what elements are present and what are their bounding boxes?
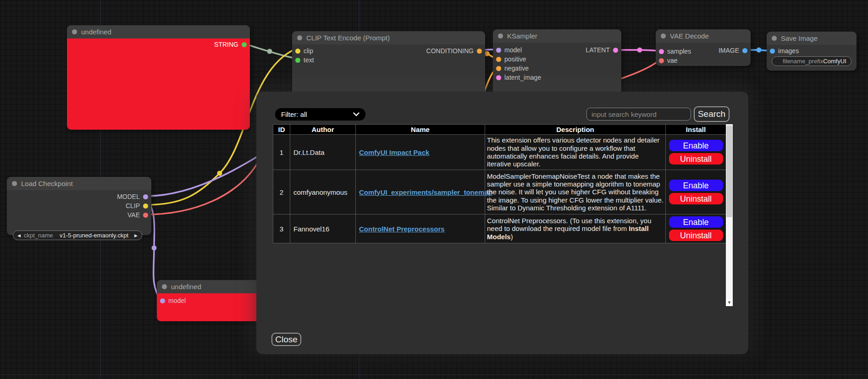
cell-description: ControlNet Preprocessors. (To use this e… bbox=[485, 214, 666, 243]
node-error-body: STRING bbox=[67, 38, 250, 130]
model-output-port[interactable] bbox=[143, 194, 148, 199]
node-header: KSampler bbox=[493, 29, 621, 43]
reroute-dot-string[interactable] bbox=[267, 49, 272, 54]
table-row: 3 Fannovel16 ControlNet Preprocessors Co… bbox=[273, 214, 726, 243]
filename-prefix-value: ComfyUI bbox=[823, 58, 849, 65]
node-collapse-dot-icon[interactable] bbox=[498, 33, 503, 38]
reroute-dot-conditioning[interactable] bbox=[485, 51, 490, 56]
cell-id: 2 bbox=[273, 170, 290, 214]
cell-description: This extension offers various detector n… bbox=[485, 135, 666, 170]
extension-manager-dialog: Filter: all Search ID Author Name Descri… bbox=[256, 92, 748, 354]
filter-select[interactable]: Filter: all bbox=[275, 108, 365, 121]
extension-link[interactable]: ComfyUI Impact Pack bbox=[359, 148, 429, 156]
model-input-port[interactable] bbox=[496, 48, 501, 53]
node-title: Save Image bbox=[781, 34, 818, 42]
clip-input-port[interactable] bbox=[295, 49, 300, 54]
node-vae-decode[interactable]: VAE Decode samples vae IMAGE bbox=[656, 29, 751, 66]
node-clip-text-encode[interactable]: CLIP Text Encode (Prompt) clip text COND… bbox=[292, 31, 485, 95]
images-input-port[interactable] bbox=[770, 49, 775, 54]
node-collapse-dot-icon[interactable] bbox=[661, 33, 666, 38]
clip-output-port[interactable] bbox=[143, 203, 148, 209]
cell-author: comfyanonymous bbox=[290, 170, 356, 214]
cell-install: Enable Uninstall bbox=[666, 170, 726, 214]
chevron-right-icon[interactable]: ▶ bbox=[128, 233, 138, 238]
output-slot-latent: LATENT bbox=[586, 45, 621, 55]
table-row: 1 Dr.Lt.Data ComfyUI Impact Pack This ex… bbox=[273, 135, 726, 170]
node-graph-canvas[interactable]: undefined STRING CLIP Text Encode (Promp… bbox=[0, 0, 868, 379]
enable-button[interactable]: Enable bbox=[669, 216, 723, 228]
scroll-down-arrow-icon[interactable]: ▼ bbox=[726, 299, 733, 306]
output-slot-model: MODEL bbox=[7, 192, 151, 201]
filename-prefix-widget[interactable]: filename_prefix ComfyUI bbox=[772, 56, 851, 66]
samples-input-port[interactable] bbox=[659, 49, 664, 54]
cell-id: 1 bbox=[273, 135, 290, 170]
vae-output-port[interactable] bbox=[143, 213, 148, 218]
node-title: KSampler bbox=[507, 32, 537, 40]
node-title: VAE Decode bbox=[670, 32, 709, 40]
output-slot-clip: CLIP bbox=[7, 201, 151, 210]
input-slot-positive: positive bbox=[493, 55, 621, 64]
header-author: Author bbox=[290, 125, 356, 135]
extension-link[interactable]: ComfyUI_experiments/sampler_tonemap bbox=[359, 188, 492, 196]
cell-id: 3 bbox=[273, 214, 290, 243]
node-save-image[interactable]: Save Image images filename_prefix ComfyU… bbox=[767, 32, 857, 71]
latent-output-port[interactable] bbox=[613, 48, 618, 53]
conditioning-output-port[interactable] bbox=[477, 49, 482, 54]
node-title: undefined bbox=[171, 283, 201, 291]
table-scrollbar[interactable]: ▼ bbox=[726, 124, 733, 306]
node-undefined-top[interactable]: undefined STRING bbox=[67, 25, 250, 130]
node-header: undefined bbox=[67, 25, 250, 38]
input-slot-negative: negative bbox=[493, 64, 621, 73]
extension-link[interactable]: ControlNet Preprocessors bbox=[359, 225, 445, 233]
node-collapse-dot-icon[interactable] bbox=[72, 29, 77, 34]
close-button[interactable]: Close bbox=[271, 333, 301, 346]
node-collapse-dot-icon[interactable] bbox=[772, 36, 777, 41]
latent-image-input-port[interactable] bbox=[496, 75, 501, 80]
reroute-dot-image[interactable] bbox=[757, 48, 762, 53]
ckpt-name-widget[interactable]: ◀ ckpt_name v1-5-pruned-emaonly.ckpt ▶ bbox=[13, 231, 142, 240]
scrollbar-thumb[interactable] bbox=[726, 126, 732, 217]
enable-button[interactable]: Enable bbox=[669, 140, 723, 151]
image-output-port[interactable] bbox=[742, 48, 747, 53]
uninstall-button[interactable]: Uninstall bbox=[669, 193, 723, 204]
node-collapse-dot-icon[interactable] bbox=[162, 284, 167, 289]
node-title: CLIP Text Encode (Prompt) bbox=[306, 34, 390, 42]
node-header: VAE Decode bbox=[656, 29, 751, 43]
node-title: undefined bbox=[81, 28, 111, 36]
string-output-port[interactable] bbox=[242, 42, 247, 47]
ckpt-name-value: v1-5-pruned-emaonly.ckpt bbox=[53, 232, 128, 239]
reroute-dot-clip[interactable] bbox=[217, 171, 222, 176]
node-header: Save Image bbox=[767, 32, 857, 45]
search-input[interactable] bbox=[586, 108, 691, 121]
node-load-checkpoint[interactable]: Load Checkpoint MODEL CLIP VAE ◀ ckpt_na… bbox=[7, 177, 151, 235]
cell-author: Dr.Lt.Data bbox=[290, 135, 356, 170]
uninstall-button[interactable]: Uninstall bbox=[669, 153, 723, 165]
negative-input-port[interactable] bbox=[496, 66, 501, 71]
vae-input-port[interactable] bbox=[659, 58, 664, 63]
model-input-port[interactable] bbox=[160, 298, 165, 303]
input-slot-text: text bbox=[292, 55, 485, 65]
node-undefined-bottom[interactable]: undefined model bbox=[157, 280, 267, 321]
enable-button[interactable]: Enable bbox=[669, 180, 723, 191]
header-id: ID bbox=[273, 125, 290, 135]
node-collapse-dot-icon[interactable] bbox=[12, 181, 17, 186]
text-input-port[interactable] bbox=[295, 58, 300, 63]
positive-input-port[interactable] bbox=[496, 57, 501, 62]
extension-table-container: ID Author Name Description Install 1 Dr.… bbox=[273, 124, 733, 306]
node-title: Load Checkpoint bbox=[21, 180, 73, 187]
search-button[interactable]: Search bbox=[694, 106, 730, 122]
input-slot-vae: vae bbox=[656, 56, 751, 65]
header-install: Install bbox=[666, 125, 726, 135]
chevron-left-icon[interactable]: ◀ bbox=[17, 233, 21, 238]
node-header: CLIP Text Encode (Prompt) bbox=[292, 31, 485, 44]
uninstall-button[interactable]: Uninstall bbox=[669, 230, 723, 241]
output-slot-vae: VAE bbox=[7, 210, 151, 220]
reroute-dot-model[interactable] bbox=[152, 246, 157, 251]
output-slot-image: IMAGE bbox=[719, 46, 751, 55]
chevron-down-icon bbox=[353, 112, 359, 116]
reroute-dot-latent[interactable] bbox=[637, 48, 642, 53]
node-ksampler[interactable]: KSampler model positive negative latent_… bbox=[493, 29, 621, 96]
input-slot-model: model bbox=[157, 296, 267, 305]
node-collapse-dot-icon[interactable] bbox=[297, 35, 302, 40]
table-header-row: ID Author Name Description Install bbox=[273, 125, 726, 135]
